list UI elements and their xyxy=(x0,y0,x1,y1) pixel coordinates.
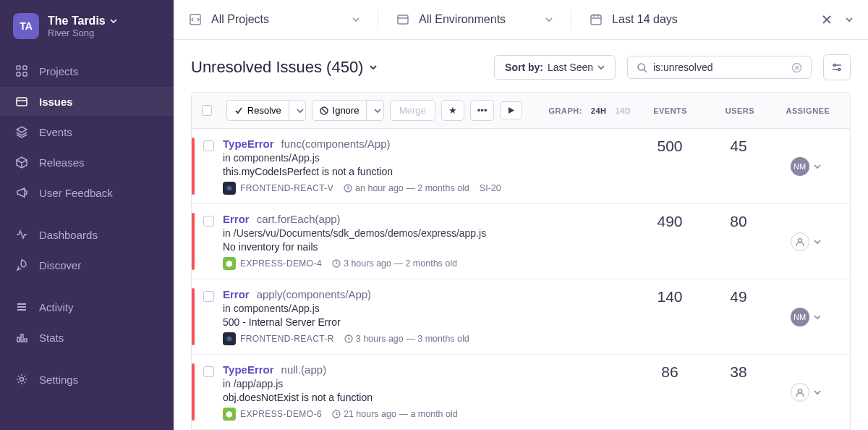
issue-type[interactable]: Error xyxy=(223,213,250,225)
issue-location: cart.forEach(app) xyxy=(257,213,341,225)
issues-icon xyxy=(14,94,29,109)
chevron-down-icon[interactable] xyxy=(814,238,821,245)
issue-users: 38 xyxy=(706,363,771,421)
svg-rect-6 xyxy=(21,334,23,342)
issue-location: null.(app) xyxy=(281,363,327,376)
project-selector[interactable]: All Projects xyxy=(188,12,360,27)
activity-icon xyxy=(14,227,29,242)
merge-button[interactable]: Merge xyxy=(390,100,435,121)
gear-icon xyxy=(14,372,29,387)
graph-14d[interactable]: 14d xyxy=(616,106,631,115)
assignee-empty[interactable] xyxy=(791,232,809,251)
severity-marker xyxy=(192,288,195,345)
chevron-down-icon[interactable] xyxy=(845,15,854,24)
environment-selector[interactable]: All Environments xyxy=(396,12,553,27)
nav-activity[interactable]: Activity xyxy=(0,292,174,321)
assignee-empty[interactable] xyxy=(791,383,809,402)
issue-checkbox[interactable] xyxy=(203,366,214,377)
issue-type[interactable]: Error xyxy=(223,288,250,300)
issue-events: 140 xyxy=(634,288,706,345)
issue-path: in /app/app.js xyxy=(223,378,634,389)
issue-row[interactable]: Errorcart.forEach(app) in /Users/vu/Docu… xyxy=(192,203,850,279)
nav-issues[interactable]: Issues xyxy=(0,87,174,116)
assignee-avatar[interactable]: NM xyxy=(791,308,809,326)
nav-events[interactable]: Events xyxy=(0,117,174,146)
nav-projects[interactable]: Projects xyxy=(0,56,174,85)
graph-label: GRAPH: xyxy=(548,106,582,115)
issue-time: 3 hours ago — 2 months old xyxy=(332,258,457,269)
issue-message: No inventory for nails xyxy=(223,241,634,253)
issue-users: 80 xyxy=(706,213,771,270)
issue-location: func(components/App) xyxy=(281,138,391,150)
nav-settings[interactable]: Settings xyxy=(0,365,174,394)
issue-checkbox[interactable] xyxy=(203,140,214,151)
layers-icon xyxy=(14,125,29,139)
issue-path: in components/App.js xyxy=(223,152,634,164)
sort-value: Last Seen xyxy=(548,62,593,73)
nav-dashboards[interactable]: Dashboards xyxy=(0,220,174,249)
sort-selector[interactable]: Sort by: Last Seen xyxy=(494,55,616,80)
issue-row[interactable]: Errorapply(components/App) in components… xyxy=(192,279,850,354)
nav-label: Issues xyxy=(39,96,73,108)
issue-type[interactable]: TypeError xyxy=(223,138,274,150)
search-box[interactable] xyxy=(627,56,812,79)
select-all-checkbox[interactable] xyxy=(202,105,212,116)
nav-label: Discover xyxy=(39,259,81,271)
issue-message: obj.doesNotExist is not a function xyxy=(223,392,634,403)
nav-discover[interactable]: Discover xyxy=(0,250,174,279)
resolve-button[interactable]: Resolve xyxy=(226,100,306,121)
issue-type[interactable]: TypeError xyxy=(223,363,274,376)
issue-checkbox[interactable] xyxy=(203,216,214,227)
issue-events: 500 xyxy=(634,138,706,195)
timerange-selector[interactable]: Last 14 days xyxy=(589,12,678,27)
ignore-button[interactable]: Ignore xyxy=(312,100,384,121)
severity-marker xyxy=(192,138,195,195)
issue-row[interactable]: TypeErrorfunc(components/App) in compone… xyxy=(192,129,850,203)
project-badge[interactable]: ⬢EXPRESS-DEMO-6 xyxy=(223,408,322,421)
chevron-down-icon[interactable] xyxy=(814,313,821,321)
window-icon xyxy=(396,12,410,27)
sidebar: TA The Tardis River Song Projects Issues… xyxy=(0,0,174,430)
svg-rect-4 xyxy=(17,98,27,106)
project-badge[interactable]: ⚛FRONTEND-REACT-R xyxy=(223,332,334,345)
project-badge[interactable]: ⚛FRONTEND-REACT-V xyxy=(223,182,333,195)
list-icon xyxy=(14,300,29,314)
svg-rect-11 xyxy=(591,15,601,25)
play-button[interactable] xyxy=(500,101,522,119)
col-assignee: ASSIGNEE xyxy=(776,106,840,115)
timerange-label: Last 14 days xyxy=(612,13,678,26)
assignee-avatar[interactable]: NM xyxy=(791,157,809,176)
nav-releases[interactable]: Releases xyxy=(0,148,174,177)
issue-row[interactable]: TypeErrornull.(app) in /app/app.js obj.d… xyxy=(192,354,850,429)
close-icon[interactable] xyxy=(822,14,832,25)
issue-time: 3 hours ago — 3 months old xyxy=(344,334,469,344)
more-button[interactable]: ••• xyxy=(470,100,495,121)
search-input[interactable] xyxy=(653,62,786,73)
resolve-dropdown[interactable] xyxy=(289,101,306,120)
chevron-down-icon xyxy=(110,17,117,25)
svg-point-12 xyxy=(638,64,644,70)
rocket-icon xyxy=(14,258,29,272)
filter-button[interactable] xyxy=(823,54,851,80)
megaphone-icon xyxy=(14,185,29,200)
issue-users: 45 xyxy=(706,138,771,195)
svg-rect-3 xyxy=(23,72,27,76)
nav-stats[interactable]: Stats xyxy=(0,323,174,352)
project-badge[interactable]: ⬢EXPRESS-DEMO-4 xyxy=(223,257,322,270)
issue-time: 21 hours ago — a month old xyxy=(332,409,458,419)
graph-24h[interactable]: 24h xyxy=(591,106,607,115)
clear-icon[interactable] xyxy=(791,62,802,73)
nav-label: Dashboards xyxy=(39,229,98,241)
nav-feedback[interactable]: User Feedback xyxy=(0,178,174,207)
issue-checkbox[interactable] xyxy=(203,291,214,302)
issue-events: 86 xyxy=(634,363,706,421)
bookmark-button[interactable]: ★ xyxy=(441,100,464,121)
chevron-down-icon[interactable] xyxy=(814,389,821,396)
org-switcher[interactable]: TA The Tardis River Song xyxy=(0,10,174,52)
ignore-dropdown[interactable] xyxy=(366,101,384,120)
svg-rect-10 xyxy=(398,15,408,24)
chevron-down-icon[interactable] xyxy=(814,163,821,170)
svg-point-8 xyxy=(20,378,24,381)
sliders-icon xyxy=(831,62,843,73)
page-title[interactable]: Unresolved Issues (450) xyxy=(191,58,378,77)
